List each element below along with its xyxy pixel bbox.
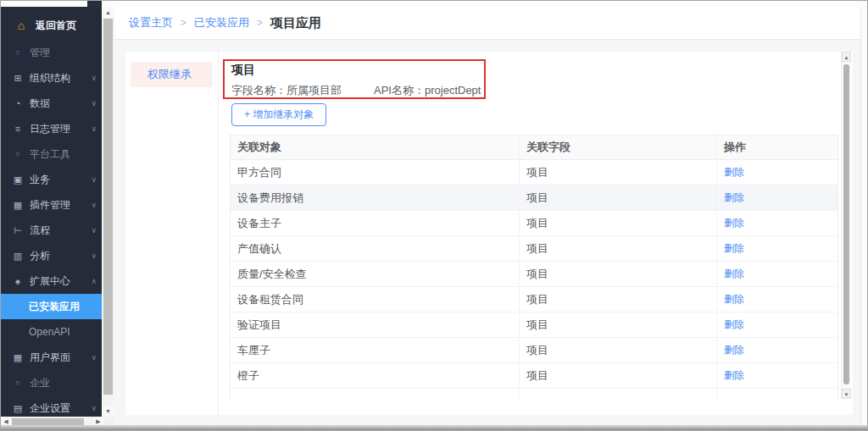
delete-link[interactable]: 删除 [724, 216, 744, 230]
sidebar-item-label: 企业设置 [30, 401, 70, 416]
table-row: 设备费用报销项目删除 [231, 185, 837, 211]
sidebar-item-data[interactable]: ◔数据∨ [1, 91, 102, 116]
sidebar-item-label: 平台工具 [30, 147, 70, 162]
delete-link[interactable]: 删除 [724, 318, 744, 332]
plugin-icon: ▦ [12, 200, 24, 211]
window-top-strip [1, 1, 867, 7]
related-object-cell: 产值确认 [231, 236, 519, 261]
sidebar-item-analysis[interactable]: ▥分析∨ [1, 243, 102, 268]
api-name-label: API名称： [374, 84, 425, 97]
scroll-down-arrow-icon[interactable]: ▼ [842, 389, 851, 399]
scroll-down-arrow-icon[interactable]: ▼ [102, 406, 114, 417]
related-field-cell: 项目 [519, 338, 716, 362]
table-row: 产值确认项目删除 [231, 236, 837, 262]
breadcrumb-link-installed-apps[interactable]: 已安装应用 [194, 15, 249, 30]
action-cell: 删除 [716, 262, 837, 286]
content-vscroll-thumb[interactable] [843, 64, 849, 384]
chevron-down-icon: ∨ [91, 175, 97, 184]
flow-icon: ⊢ [12, 225, 24, 236]
sidebar-item-enterprise-settings[interactable]: ▤企业设置∨ [1, 395, 102, 417]
add-inherit-object-button[interactable]: + 增加继承对象 [231, 103, 326, 126]
inner-side-panel: 权限继承 [125, 52, 219, 415]
sidebar-item-label: 已安装应用 [29, 300, 80, 314]
related-object-cell: 设备主子 [231, 211, 519, 235]
api-name-value: projectDept [425, 84, 481, 97]
related-object-cell: 甲方合同 [231, 160, 519, 185]
chevron-up-icon: ∧ [91, 277, 97, 285]
related-object-cell: 橙子 [231, 363, 519, 388]
window-top-notch [87, 1, 102, 7]
chevron-down-icon: ∨ [91, 124, 97, 133]
circle-icon: ○ [12, 48, 24, 57]
sidebar-item-enterprise[interactable]: ○企业 [1, 370, 102, 395]
sidebar-item-process[interactable]: ⊢流程∨ [1, 218, 102, 243]
sidebar-item-label: 返回首页 [36, 19, 76, 33]
chevron-down-icon: ∨ [91, 353, 97, 362]
delete-link[interactable]: 删除 [724, 368, 744, 383]
table-header-cell: 关联字段 [519, 135, 716, 159]
delete-link[interactable]: 删除 [724, 241, 744, 256]
table-row: 车厘子项目删除 [231, 338, 837, 363]
sidebar-vertical-scrollbar[interactable]: ▲ ▼ [102, 7, 114, 417]
breadcrumb-link-settings-home[interactable]: 设置主页 [129, 15, 173, 30]
circle-icon: ○ [12, 379, 24, 387]
delete-link[interactable]: 删除 [724, 267, 744, 281]
field-name-value: 所属项目部 [287, 84, 342, 97]
app-window: ⌂ 返回首页 ○管理⊞组织结构∨◔数据∨≡日志管理∨○平台工具▣业务∨▦插件管理… [0, 0, 868, 431]
table-row: 设备主子项目删除 [231, 211, 837, 236]
table-row-partial [231, 389, 837, 399]
sidebar-item-installed-apps[interactable]: 已安装应用 [1, 294, 102, 319]
section-meta: 字段名称：所属项目部API名称：projectDept [231, 83, 481, 98]
sidebar-item-plugin-management[interactable]: ▦插件管理∨ [1, 192, 102, 218]
rocket-icon: ♠ [12, 276, 24, 286]
sidebar-item-platform-tools[interactable]: ○平台工具 [1, 141, 102, 167]
sidebar-item-openapi[interactable]: OpenAPI [1, 319, 102, 345]
delete-link[interactable]: 删除 [724, 292, 744, 307]
table-row: 橙子项目删除 [231, 363, 837, 389]
scroll-up-arrow-icon[interactable]: ▲ [102, 7, 114, 18]
delete-link[interactable]: 删除 [724, 165, 744, 180]
sidebar-item-business[interactable]: ▣业务∨ [1, 167, 102, 192]
sidebar-item-management[interactable]: ○管理 [1, 40, 102, 65]
table-header-cell: 操作 [716, 135, 837, 159]
content-card: 权限继承 项目 字段名称：所属项目部API名称：projectDept + 增加… [125, 52, 853, 415]
window-bottom-edge [1, 425, 867, 430]
sidebar-item-label: 日志管理 [30, 122, 70, 136]
action-cell: 删除 [716, 211, 837, 235]
building-icon: ▤ [12, 403, 24, 414]
sidebar-item-extension-center[interactable]: ♠扩展中心∧ [1, 268, 102, 294]
sidebar-item-label: 管理 [30, 46, 50, 60]
action-cell: 删除 [716, 338, 837, 362]
sitemap-icon: ⊞ [12, 73, 24, 84]
sidebar-item-home[interactable]: ⌂ 返回首页 [1, 11, 102, 40]
related-field-cell: 项目 [519, 287, 716, 312]
sidebar-hscroll-thumb[interactable] [12, 418, 84, 425]
table-row: 甲方合同项目删除 [231, 160, 837, 185]
action-cell: 删除 [716, 236, 837, 261]
related-field-cell: 项目 [519, 312, 716, 337]
panel-item-permission-inherit[interactable]: 权限继承 [131, 62, 213, 87]
related-object-cell: 验证项目 [231, 312, 519, 337]
related-field-cell: 项目 [519, 211, 716, 235]
related-field-cell: 项目 [519, 363, 716, 388]
section-title: 项目 [231, 63, 255, 78]
list-icon: ≡ [12, 124, 24, 134]
sidebar-item-label: 组织结构 [30, 71, 70, 86]
delete-link[interactable]: 删除 [724, 343, 744, 357]
sidebar-item-label: 分析 [30, 249, 50, 263]
sidebar-item-label: 业务 [30, 173, 50, 187]
inherit-objects-table: 关联对象关联字段操作 甲方合同项目删除设备费用报销项目删除设备主子项目删除产值确… [230, 135, 838, 399]
related-object-cell: 设备租赁合同 [231, 287, 519, 312]
related-field-cell: 项目 [519, 262, 716, 286]
delete-link[interactable]: 删除 [724, 191, 744, 205]
related-object-cell: 车厘子 [231, 338, 519, 362]
scroll-up-arrow-icon[interactable]: ▲ [842, 52, 851, 62]
action-cell: 删除 [716, 160, 837, 185]
sidebar-vscroll-thumb[interactable] [103, 19, 113, 395]
content-vertical-scrollbar[interactable]: ▲ ▼ [841, 52, 851, 399]
sidebar-item-user-interface[interactable]: ▦用户界面∨ [1, 345, 102, 370]
sidebar-item-org-structure[interactable]: ⊞组织结构∨ [1, 65, 102, 91]
sidebar-item-log-management[interactable]: ≡日志管理∨ [1, 116, 102, 141]
breadcrumb-separator-icon: > [257, 17, 263, 29]
sidebar-item-label: 企业 [30, 376, 50, 390]
